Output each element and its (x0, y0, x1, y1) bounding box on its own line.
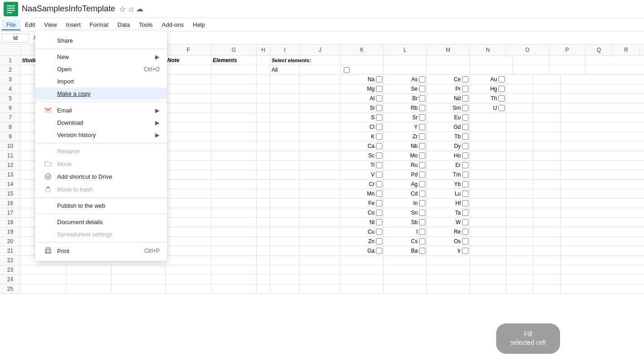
cell[interactable] (300, 246, 341, 255)
cell[interactable] (270, 275, 300, 284)
element-cell[interactable]: Zr (384, 132, 427, 141)
element-cell[interactable]: Co (341, 208, 384, 217)
cell[interactable] (211, 218, 257, 227)
cell[interactable] (211, 275, 257, 284)
cell[interactable] (166, 246, 211, 255)
element-cell[interactable]: Zn (341, 237, 384, 246)
element-cell[interactable] (341, 265, 384, 274)
cell[interactable] (341, 56, 384, 65)
cell[interactable] (300, 161, 341, 170)
element-cell[interactable]: Br (384, 94, 427, 103)
element-cell[interactable]: Cu (341, 227, 384, 236)
cell[interactable]: Elements (211, 56, 257, 65)
cell[interactable] (257, 170, 270, 179)
cell[interactable] (270, 208, 300, 217)
cell[interactable] (211, 142, 257, 151)
cell[interactable] (166, 142, 211, 151)
cell-all-checkbox[interactable] (341, 65, 384, 74)
cell[interactable] (270, 84, 300, 93)
cell[interactable] (211, 256, 257, 265)
cell[interactable] (300, 256, 341, 265)
cell[interactable] (300, 218, 341, 227)
cell[interactable] (211, 284, 257, 294)
element-cell[interactable]: Nb (384, 142, 427, 151)
cell[interactable] (211, 84, 257, 93)
cell[interactable] (211, 189, 257, 198)
element-cell[interactable]: Y (384, 122, 427, 132)
element-cell[interactable]: K (341, 132, 384, 141)
menu-item-new[interactable]: New ▶ (35, 51, 167, 63)
cell[interactable] (166, 75, 211, 84)
menu-format[interactable]: Format (85, 20, 113, 30)
cell[interactable] (211, 65, 257, 74)
cell[interactable] (384, 56, 427, 65)
cell[interactable] (300, 170, 341, 179)
cell[interactable] (21, 265, 66, 274)
element-cell[interactable]: Sn (384, 208, 427, 217)
cell[interactable] (300, 151, 341, 160)
element-cell[interactable]: Cd (384, 189, 427, 198)
cell[interactable] (257, 180, 270, 189)
menu-tools[interactable]: Tools (134, 20, 157, 30)
cell[interactable] (300, 284, 341, 294)
cell[interactable] (257, 151, 270, 160)
cell[interactable] (21, 284, 66, 294)
cloud-icon[interactable]: ☁ (136, 5, 143, 13)
element-cell[interactable]: Na (341, 75, 384, 84)
cell[interactable] (300, 132, 341, 141)
cell[interactable] (300, 237, 341, 246)
cell[interactable] (257, 275, 270, 284)
element-cell[interactable]: Mg (341, 84, 384, 93)
element-cell[interactable]: Sc (341, 151, 384, 160)
cell[interactable] (112, 265, 166, 274)
menu-addons[interactable]: Add-ons (157, 20, 188, 30)
cell[interactable]: All (270, 65, 300, 74)
cell[interactable] (300, 122, 341, 132)
cell[interactable] (166, 275, 211, 284)
menu-edit[interactable]: Edit (20, 20, 39, 30)
cell[interactable] (166, 94, 211, 103)
cell[interactable] (166, 161, 211, 170)
cell[interactable] (300, 180, 341, 189)
element-cell[interactable]: Ru (384, 161, 427, 170)
menu-insert[interactable]: Insert (61, 20, 85, 30)
cell[interactable] (257, 227, 270, 236)
cell[interactable] (257, 237, 270, 246)
cell[interactable] (270, 265, 300, 274)
element-cell[interactable]: As (384, 75, 427, 84)
cell[interactable] (270, 170, 300, 179)
cell[interactable] (211, 265, 257, 274)
cell[interactable] (211, 180, 257, 189)
element-cell[interactable]: Mn (341, 189, 384, 198)
element-cell[interactable]: Ag (384, 180, 427, 189)
cell[interactable] (211, 94, 257, 103)
cell[interactable] (270, 180, 300, 189)
cell[interactable] (211, 199, 257, 208)
element-cell[interactable]: Se (384, 84, 427, 93)
cell[interactable] (211, 227, 257, 236)
cell[interactable]: Note (166, 56, 211, 65)
cell[interactable] (270, 189, 300, 198)
cell[interactable] (384, 65, 427, 74)
cell[interactable] (166, 170, 211, 179)
menu-data[interactable]: Data (113, 20, 134, 30)
element-cell[interactable]: In (384, 199, 427, 208)
menu-item-version-history[interactable]: Version history ▶ (35, 129, 167, 141)
cell[interactable] (166, 256, 211, 265)
cell[interactable] (112, 284, 166, 294)
cell[interactable] (257, 284, 270, 294)
cell[interactable] (112, 275, 166, 284)
menu-item-share[interactable]: Share (35, 34, 167, 47)
cell[interactable] (257, 208, 270, 217)
menu-item-email[interactable]: Email ▶ (35, 104, 167, 117)
cell[interactable] (166, 122, 211, 132)
element-cell[interactable] (341, 256, 384, 265)
cell[interactable] (270, 199, 300, 208)
cell[interactable] (166, 189, 211, 198)
element-cell[interactable]: Al (341, 94, 384, 103)
element-cell[interactable] (384, 256, 427, 265)
cell[interactable] (257, 218, 270, 227)
cell[interactable] (166, 132, 211, 141)
element-cell[interactable]: Rb (384, 103, 427, 113)
cell[interactable] (257, 122, 270, 132)
